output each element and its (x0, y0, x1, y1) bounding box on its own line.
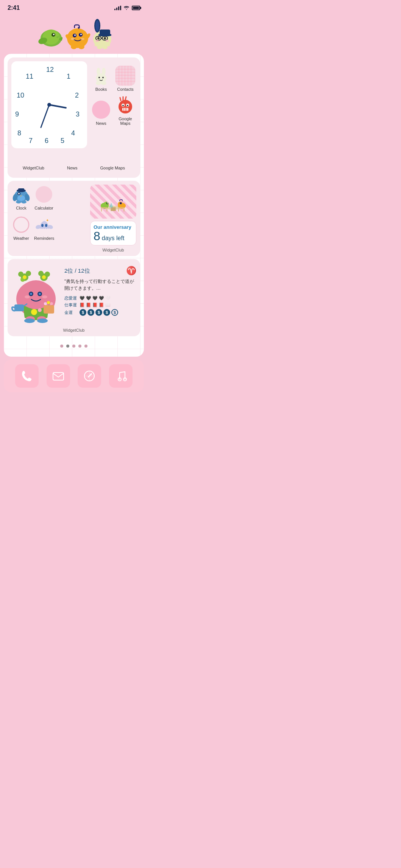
clock-12: 12 (46, 66, 54, 74)
dot-3 (72, 345, 75, 348)
svg-rect-26 (98, 34, 111, 36)
svg-text:✦: ✦ (46, 218, 49, 222)
svg-rect-89 (101, 207, 107, 208)
svg-point-113 (23, 275, 27, 279)
svg-point-14 (78, 45, 84, 49)
calculator-app[interactable]: Calculator (34, 185, 54, 212)
svg-point-37 (98, 77, 100, 78)
dock (4, 360, 144, 392)
svg-point-103 (39, 293, 41, 295)
clock-7: 7 (29, 137, 33, 145)
horoscope-inner: 2位 / 12位 ♈ "勇気を持って行動することで道が開けてきます。… 恋愛運 … (11, 263, 136, 325)
clock-label2: Clock (16, 206, 27, 210)
calc-icon-img (34, 185, 54, 204)
googlemaps-app[interactable]: Google Maps (114, 95, 136, 127)
svg-point-76 (14, 217, 29, 232)
maps-app2[interactable]: Google Maps (100, 166, 125, 170)
maps-label2: Google Maps (100, 166, 125, 170)
svg-point-33 (47, 103, 51, 107)
reminders-label: Reminders (34, 236, 54, 241)
svg-point-38 (102, 77, 104, 78)
svg-point-59 (122, 105, 124, 106)
clock-calc-row: Clock Calculator (11, 185, 87, 212)
svg-point-74 (21, 200, 27, 203)
clock-icon-img2 (11, 185, 31, 204)
clock-5: 5 (61, 137, 64, 145)
svg-point-112 (38, 271, 44, 276)
svg-point-22 (104, 37, 106, 39)
safari-dock-icon[interactable] (78, 364, 101, 388)
clock-app2[interactable]: Clock (11, 185, 31, 212)
svg-point-13 (71, 45, 77, 49)
svg-point-122 (50, 302, 53, 305)
anniversary-image-widget (90, 185, 136, 219)
svg-point-111 (45, 272, 50, 277)
svg-point-23 (95, 40, 99, 42)
svg-point-116 (38, 308, 42, 312)
svg-line-32 (41, 105, 49, 127)
mail-dock-icon[interactable] (47, 364, 70, 388)
horoscope-section: 2位 / 12位 ♈ "勇気を持って行動することで道が開けてきます。… 恋愛運 … (8, 259, 140, 336)
svg-point-24 (105, 40, 109, 42)
main-content-card: 12 1 2 3 4 5 6 7 8 9 10 11 (4, 54, 144, 357)
anniversary-countdown: Our anniversary 8 days left (90, 221, 136, 245)
horoscope-rank: 2位 / 12位 (64, 267, 90, 275)
anniversary-days-label: days left (102, 235, 125, 242)
work-label: 仕事運 (64, 302, 78, 308)
wifi-icon (123, 5, 130, 11)
clock-widget[interactable]: 12 1 2 3 4 5 6 7 8 9 10 11 (11, 61, 87, 148)
svg-line-54 (120, 98, 121, 101)
reminders-icon-img: ✦ (34, 215, 54, 234)
horoscope-quote: "勇気を持って行動することで道が開けてきます。… (64, 278, 136, 292)
weather-label: Weather (13, 236, 29, 241)
svg-point-120 (44, 302, 47, 305)
svg-point-108 (26, 271, 31, 276)
section2-row: Clock Calculator (11, 185, 136, 252)
svg-point-114 (42, 275, 46, 279)
svg-point-105 (42, 295, 47, 298)
svg-point-17 (95, 20, 99, 31)
news-app[interactable]: News (90, 95, 112, 127)
svg-point-3 (53, 34, 55, 35)
svg-point-66 (17, 195, 25, 201)
calc-label: Calculator (34, 206, 53, 210)
money-icons: $ $ $ $ $ (80, 309, 118, 316)
svg-point-75 (36, 186, 52, 203)
widgetclub-label1: WidgetClub (23, 166, 44, 170)
horoscope-info: 2位 / 12位 ♈ "勇気を持って行動することで道が開けてきます。… 恋愛運 … (64, 263, 136, 325)
status-icons (114, 5, 140, 11)
svg-point-52 (92, 101, 110, 119)
books-app[interactable]: Books (90, 61, 112, 93)
maps-icon-img (115, 95, 135, 115)
svg-point-30 (102, 45, 108, 49)
battery-icon (132, 6, 140, 10)
row1-layout: 12 1 2 3 4 5 6 7 8 9 10 11 (11, 61, 136, 161)
reminders-app[interactable]: ✦ Reminders (34, 215, 54, 242)
widgetclub-app1[interactable]: WidgetClub (23, 166, 44, 170)
svg-point-77 (41, 224, 44, 227)
money-label: 金運 (64, 310, 78, 315)
dot-4 (78, 345, 81, 348)
status-bar: 2:41 (0, 0, 148, 14)
widgetclub-label2: WidgetClub (90, 248, 136, 252)
contacts-app[interactable]: Contacts (114, 61, 136, 93)
news-app2[interactable]: News (67, 166, 78, 170)
svg-point-94 (120, 202, 122, 204)
svg-point-40 (101, 81, 106, 85)
clock-6: 6 (45, 137, 48, 145)
section2-right: Our anniversary 8 days left WidgetClub (90, 185, 136, 252)
weather-app[interactable]: Weather (11, 215, 31, 242)
svg-point-39 (96, 81, 101, 85)
svg-point-9 (80, 34, 82, 35)
svg-point-36 (102, 68, 106, 75)
svg-point-21 (97, 37, 100, 39)
contacts-label: Contacts (117, 87, 133, 92)
phone-dock-icon[interactable] (15, 364, 39, 388)
page-dots (8, 339, 140, 353)
maps-label: Google Maps (114, 116, 136, 126)
music-dock-icon[interactable] (109, 364, 133, 388)
clock-9: 9 (15, 110, 19, 118)
svg-point-86 (104, 202, 109, 207)
svg-point-73 (16, 200, 21, 203)
svg-rect-84 (111, 207, 112, 209)
